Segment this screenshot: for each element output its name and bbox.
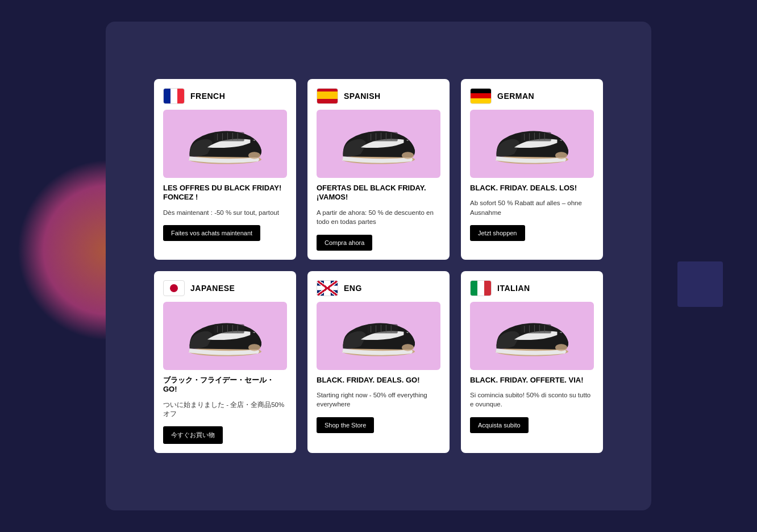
card-title-italian: BLACK. FRIDAY. OFFERTE. VIA!	[470, 376, 594, 385]
shoe-image-italian	[470, 302, 594, 370]
card-body-spanish: A partir de ahora: 50 % de descuento en …	[317, 208, 440, 226]
flag-fr	[163, 88, 185, 104]
svg-rect-9	[367, 132, 397, 141]
svg-point-31	[248, 344, 260, 351]
shoe-image-english	[317, 302, 440, 370]
card-body-italian: Si comincia subito! 50% di sconto su tut…	[470, 390, 594, 409]
card-italian: ITALIAN BLACK.	[461, 271, 603, 454]
shoe-image-german	[470, 110, 594, 178]
flag-de	[470, 88, 492, 104]
card-button-italian[interactable]: Acquista subito	[470, 417, 529, 433]
cards-grid: FRENCH LES OFF	[154, 79, 603, 454]
card-button-french[interactable]: Faites vos achats maintenant	[163, 225, 260, 241]
card-title-spanish: OFERTAS DEL BLACK FRIDAY. ¡VAMOS!	[317, 184, 440, 203]
main-container: FRENCH LES OFF	[106, 22, 651, 510]
card-body-german: Ab sofort 50 % Rabatt auf alles – ohne A…	[470, 198, 594, 217]
flag-es	[317, 88, 338, 104]
lang-name-english: ENG	[344, 284, 362, 293]
card-title-german: BLACK. FRIDAY. DEALS. LOS!	[470, 184, 594, 193]
svg-point-39	[402, 344, 414, 351]
flag-jp	[163, 280, 185, 296]
card-french: FRENCH LES OFF	[154, 79, 296, 260]
card-german: GERMAN BLACK.	[461, 79, 603, 260]
card-body-french: Dès maintenant : -50 % sur tout, partout	[163, 208, 287, 217]
svg-rect-33	[367, 324, 397, 333]
svg-rect-1	[214, 132, 244, 141]
flag-it	[470, 280, 492, 296]
lang-name-german: GERMAN	[497, 92, 534, 101]
shoe-image-spanish	[317, 110, 440, 178]
card-title-japanese: ブラック・フライデー・セール・GO!	[163, 376, 287, 395]
card-header-japanese: JAPANESE	[163, 280, 287, 296]
lang-name-spanish: SPANISH	[344, 92, 381, 101]
svg-rect-25	[214, 324, 244, 333]
card-title-english: BLACK. FRIDAY. DEALS. GO!	[317, 376, 440, 385]
card-english: ENG BLACK. FRI	[307, 271, 450, 454]
lang-name-japanese: JAPANESE	[190, 284, 235, 293]
svg-point-7	[248, 152, 260, 159]
shoe-image-japanese	[163, 302, 287, 370]
card-header-spanish: SPANISH	[317, 88, 440, 104]
svg-rect-17	[521, 132, 551, 141]
svg-point-15	[402, 152, 414, 159]
lang-name-french: FRENCH	[190, 92, 225, 101]
card-spanish: SPANISH OFERTA	[307, 79, 450, 260]
card-header-italian: ITALIAN	[470, 280, 594, 296]
card-button-english[interactable]: Shop the Store	[317, 417, 374, 433]
card-header-french: FRENCH	[163, 88, 287, 104]
card-title-french: LES OFFRES DU BLACK FRIDAY! FONCEZ !	[163, 184, 287, 203]
card-button-spanish[interactable]: Compra ahora	[317, 235, 372, 251]
card-header-english: ENG	[317, 280, 440, 296]
svg-point-23	[555, 152, 567, 159]
lang-name-italian: ITALIAN	[497, 284, 530, 293]
card-button-japanese[interactable]: 今すぐお買い物	[163, 426, 223, 444]
svg-rect-41	[521, 324, 551, 333]
shoe-image-french	[163, 110, 287, 178]
card-header-german: GERMAN	[470, 88, 594, 104]
card-button-german[interactable]: Jetzt shoppen	[470, 225, 525, 241]
card-body-japanese: ついに始まりました - 全店・全商品50%オフ	[163, 400, 287, 418]
flag-uk	[317, 280, 338, 296]
card-japanese: JAPANESE ブラック・	[154, 271, 296, 454]
bg-rect-3	[677, 261, 723, 307]
card-body-english: Starting right now - 50% off everything …	[317, 390, 440, 409]
svg-point-47	[555, 344, 567, 351]
